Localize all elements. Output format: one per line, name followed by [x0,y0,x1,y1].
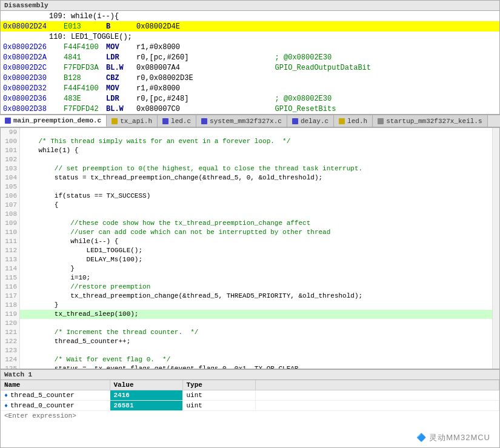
code-lines: /* This thread simply waits for an event… [20,128,492,369]
tab-label: tx_api.h [120,118,152,125]
code-line: } [20,301,492,310]
tab-label: system_mm32f327x.c [210,118,282,125]
watch-row: ♦thread_0_counter26581uint [1,401,499,411]
editor-tabs: main_preemption_demo.ctx_api.hled.csyste… [0,115,500,127]
tab-file-icon [162,118,168,124]
tab-file-icon [5,118,11,124]
watch-var-value: 26581 [110,401,182,411]
watch-var-value: 2416 [110,390,182,401]
scrollbar-gutter[interactable] [492,128,499,369]
disasm-row: 109: while(i--){ [1,11,499,21]
code-line: status = tx_event_flags_get(&event_flags… [20,364,492,369]
disasm-row: 0x08002D36483ELDRr0,[pc,#248]; @0x08002E… [1,93,499,104]
watch-var-name: thread_0_counter [10,402,75,409]
code-line: /* Increment the thread counter. */ [20,328,492,337]
editor-tab[interactable]: main_preemption_demo.c [0,115,107,127]
code-line: i=10; [20,273,492,283]
code-line: //user can add code which can not be int… [20,228,492,237]
watch-title: Watch 1 [1,370,499,380]
editor-tab[interactable]: tx_api.h [107,115,158,127]
watch-enter-expression[interactable]: <Enter expression> [1,411,499,421]
code-line: //restore preemption [20,283,492,292]
code-line [20,155,492,164]
disassembly-title: Disassembly [1,1,499,11]
watch-table: Name Value Type ♦thread_5_counter2416uin… [1,380,499,411]
disasm-row: 0x08002D2CF7FDFD3ABL.W0x080007A4GPIO_Rea… [1,62,499,73]
tab-file-icon [201,118,207,124]
editor-tab[interactable]: led.c [158,115,196,127]
disasm-row: 0x08002D30B128CBZr0,0x08002D3E [1,73,499,83]
code-line: LED1_TOGGLE(); [20,246,492,255]
code-line: // set preemption to 0(the highest, equa… [20,164,492,173]
code-line [20,210,492,219]
tab-label: delay.c [301,118,328,125]
disasm-row: 110: LED1_TOGGLE(); [1,32,499,42]
code-line: status = tx_thread_preemption_change(&th… [20,173,492,182]
disasm-row: 0x08002D32F44F4100MOVr1,#0x8000 [1,83,499,93]
disasm-row: 0x08002D26F44F4100MOVr1,#0x8000 [1,42,499,52]
watch-header-row: Name Value Type [1,380,499,390]
tab-label: led.c [171,118,191,125]
code-line [20,319,492,328]
code-line: while(i--) { [20,237,492,246]
editor-tab[interactable]: system_mm32f327x.c [196,115,287,127]
code-line: tx_thread_preemption_change(&thread_5, T… [20,292,492,301]
code-line: while(1) { [20,146,492,155]
tab-file-icon [292,118,298,124]
code-line: tx_thread_sleep(100); [20,310,492,319]
watch-col-name: Name [1,380,110,390]
watch-var-icon: ♦ [4,392,8,399]
code-line: { [20,201,492,210]
code-line: /* This thread simply waits for an event… [20,137,492,146]
code-line [20,346,492,355]
watch-var-type: uint [182,390,255,401]
tab-label: main_preemption_demo.c [13,117,101,124]
code-line: } [20,264,492,273]
watch-col-value: Value [110,380,182,390]
code-line: //these code show how the tx_thread_pree… [20,219,492,228]
editor-tab[interactable]: delay.c [287,115,334,127]
tab-file-icon [378,118,384,124]
code-editor: 9910010110210310410510610710810911011111… [0,127,500,369]
watermark-icon: 🔷 [416,433,427,442]
code-line: DELAY_Ms(100); [20,255,492,264]
code-line: if(status == TX_SUCCESS) [20,192,492,201]
editor-tab[interactable]: led.h [334,115,373,127]
disasm-row: 0x08002D24E013B0x08002D4E [1,21,499,32]
watch-var-name: thread_5_counter [10,392,75,399]
code-line: /* Wait for event flag 0. */ [20,355,492,364]
disassembly-panel: Disassembly 109: while(i--){0x08002D24E0… [0,0,500,115]
code-line [20,128,492,137]
tab-file-icon [112,118,118,124]
disasm-row: 0x08002D2A4841LDRr0,[pc,#260]; @0x08002E… [1,52,499,62]
watch-var-icon: ♦ [4,403,8,409]
watch-col-extra [255,380,499,390]
tab-label: startup_mm32f327x_keil.s [386,118,482,125]
tab-label: led.h [347,118,367,125]
disasm-row: 0x08002D38F7FDFD42BL.W0x080007C0GPIO_Res… [1,104,499,114]
watch-var-type: uint [182,401,255,411]
disassembly-table: 109: while(i--){0x08002D24E013B0x08002D4… [1,11,499,114]
code-line: thread_5_counter++; [20,337,492,346]
tab-file-icon [339,118,345,124]
code-line [20,182,492,192]
watch-col-type: Type [182,380,255,390]
editor-tab[interactable]: startup_mm32f327x_keil.s [373,115,487,127]
watch-row: ♦thread_5_counter2416uint [1,390,499,401]
watermark: 🔷 灵动MM32MCU [416,432,490,443]
line-numbers: 9910010110210310410510610710810911011111… [1,128,20,369]
